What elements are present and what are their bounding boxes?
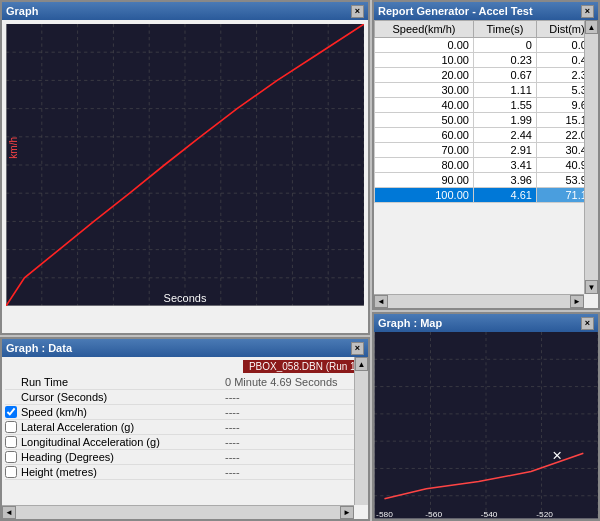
- report-content: Speed(km/h) Time(s) Dist(m) 0.0000.0010.…: [374, 20, 598, 308]
- table-row: 50.001.9915.17: [375, 113, 598, 128]
- data-value: ----: [225, 421, 365, 433]
- svg-text:×: ×: [552, 447, 562, 465]
- report-scrollbar-h[interactable]: ◄ ►: [374, 294, 584, 308]
- run-label-row: PBOX_058.DBN (Run 1): [5, 360, 365, 373]
- svg-text:-520: -520: [536, 510, 553, 519]
- cell-time: 2.91: [473, 143, 536, 158]
- cell-time: 0.23: [473, 53, 536, 68]
- data-label: Heading (Degrees): [21, 451, 225, 463]
- data-value: 0 Minute 4.69 Seconds: [225, 376, 365, 388]
- cell-speed: 10.00: [375, 53, 474, 68]
- report-table: Speed(km/h) Time(s) Dist(m) 0.0000.0010.…: [374, 20, 598, 203]
- data-label: Cursor (Seconds): [21, 391, 225, 403]
- cell-time: 3.96: [473, 173, 536, 188]
- data-scrollbar-v[interactable]: ▲: [354, 357, 368, 505]
- cell-speed: 40.00: [375, 98, 474, 113]
- map-title: Graph : Map: [378, 317, 442, 329]
- col-speed: Speed(km/h): [375, 21, 474, 38]
- cell-speed: 30.00: [375, 83, 474, 98]
- table-row: 70.002.9130.44: [375, 143, 598, 158]
- cell-speed: 20.00: [375, 68, 474, 83]
- svg-text:-540: -540: [481, 510, 498, 519]
- cell-time: 2.44: [473, 128, 536, 143]
- data-label: Lateral Acceleration (g): [21, 421, 225, 433]
- data-row: Heading (Degrees)----: [5, 450, 365, 465]
- col-time: Time(s): [473, 21, 536, 38]
- table-row: 0.0000.00: [375, 38, 598, 53]
- table-row: 100.004.6171.18: [375, 188, 598, 203]
- data-row: Longitudinal Acceleration (g)----: [5, 435, 365, 450]
- map-close-button[interactable]: ×: [581, 317, 594, 330]
- report-title-bar: Report Generator - Accel Test ×: [374, 2, 598, 20]
- data-rows: Run Time0 Minute 4.69 SecondsCursor (Sec…: [5, 375, 365, 480]
- map-svg: × -580 -560 -540 -520 780 770 760 750 74…: [374, 332, 598, 519]
- table-row: 60.002.4422.01: [375, 128, 598, 143]
- data-label: Speed (km/h): [21, 406, 225, 418]
- y-axis-label: km/h: [8, 137, 19, 159]
- data-content: PBOX_058.DBN (Run 1) Run Time0 Minute 4.…: [2, 357, 368, 483]
- data-value: ----: [225, 466, 365, 478]
- data-row: Lateral Acceleration (g)----: [5, 420, 365, 435]
- scroll-down-button[interactable]: ▼: [585, 280, 598, 294]
- report-scrollbar-v[interactable]: ▲ ▼: [584, 20, 598, 294]
- cell-time: 1.11: [473, 83, 536, 98]
- cell-speed: 90.00: [375, 173, 474, 188]
- data-scroll-right[interactable]: ►: [340, 506, 354, 519]
- graph-title-bar: Graph ×: [2, 2, 368, 20]
- data-checkbox[interactable]: [5, 451, 17, 463]
- data-row: Run Time0 Minute 4.69 Seconds: [5, 375, 365, 390]
- run-label: PBOX_058.DBN (Run 1): [243, 360, 365, 373]
- scroll-up-button[interactable]: ▲: [585, 20, 598, 34]
- graph-title: Graph: [6, 5, 38, 17]
- cell-time: 4.61: [473, 188, 536, 203]
- data-checkbox[interactable]: [5, 436, 17, 448]
- data-window: Graph : Data × PBOX_058.DBN (Run 1) Run …: [0, 337, 370, 521]
- data-row: Height (metres)----: [5, 465, 365, 480]
- table-row: 40.001.559.60: [375, 98, 598, 113]
- data-value: ----: [225, 436, 365, 448]
- data-scroll-up[interactable]: ▲: [355, 357, 368, 371]
- graph-close-button[interactable]: ×: [351, 5, 364, 18]
- svg-text:-560: -560: [425, 510, 442, 519]
- cell-speed: 60.00: [375, 128, 474, 143]
- report-title: Report Generator - Accel Test: [378, 5, 533, 17]
- x-axis-label: Seconds: [164, 292, 207, 304]
- data-row: Cursor (Seconds)----: [5, 390, 365, 405]
- graph-svg: 0 10 20 30 40 50 60 70 80 90 100 0 0.5 1…: [6, 24, 364, 306]
- data-title: Graph : Data: [6, 342, 72, 354]
- map-window: Graph : Map × × -580 -: [372, 312, 600, 521]
- cell-time: 1.99: [473, 113, 536, 128]
- data-label: Run Time: [21, 376, 225, 388]
- data-label: Height (metres): [21, 466, 225, 478]
- data-label: Longitudinal Acceleration (g): [21, 436, 225, 448]
- data-checkbox[interactable]: [5, 466, 17, 478]
- data-checkbox[interactable]: [5, 421, 17, 433]
- report-close-button[interactable]: ×: [581, 5, 594, 18]
- scroll-left-button[interactable]: ◄: [374, 295, 388, 308]
- cell-time: 0.67: [473, 68, 536, 83]
- table-row: 80.003.4140.99: [375, 158, 598, 173]
- table-row: 90.003.9653.97: [375, 173, 598, 188]
- data-value: ----: [225, 451, 365, 463]
- cell-speed: 0.00: [375, 38, 474, 53]
- scroll-right-button[interactable]: ►: [570, 295, 584, 308]
- cell-time: 3.41: [473, 158, 536, 173]
- report-window: Report Generator - Accel Test × Speed(km…: [372, 0, 600, 310]
- data-scrollbar-h[interactable]: ◄ ►: [2, 505, 354, 519]
- data-value: ----: [225, 406, 365, 418]
- cell-speed: 70.00: [375, 143, 474, 158]
- data-close-button[interactable]: ×: [351, 342, 364, 355]
- data-value: ----: [225, 391, 365, 403]
- data-checkbox[interactable]: [5, 406, 17, 418]
- table-row: 30.001.115.34: [375, 83, 598, 98]
- map-title-bar: Graph : Map ×: [374, 314, 598, 332]
- graph-window: Graph ×: [0, 0, 370, 335]
- cell-speed: 100.00: [375, 188, 474, 203]
- map-area: × -580 -560 -540 -520 780 770 760 750 74…: [374, 332, 598, 519]
- svg-text:-580: -580: [376, 510, 393, 519]
- cell-time: 0: [473, 38, 536, 53]
- data-title-bar: Graph : Data ×: [2, 339, 368, 357]
- graph-area: 0 10 20 30 40 50 60 70 80 90 100 0 0.5 1…: [6, 24, 364, 306]
- data-scroll-left[interactable]: ◄: [2, 506, 16, 519]
- data-row: Speed (km/h)----: [5, 405, 365, 420]
